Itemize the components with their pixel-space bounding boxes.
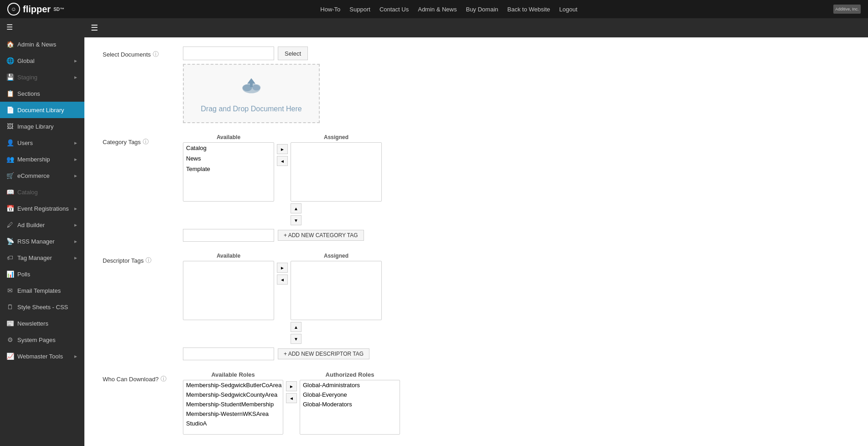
sidebar-label-newsletters: Newsletters [17, 320, 48, 327]
descriptor-available-header: Available [183, 253, 274, 259]
category-tags-row: Category Tags ⓘ Available Catalog News T… [103, 134, 522, 242]
add-new-category-tag-button[interactable]: + ADD NEW CATEGORY TAG [278, 230, 364, 241]
category-tags-section: Available Catalog News Template ► ◄ [183, 134, 522, 225]
select-docs-input-row: Select [183, 47, 522, 60]
descriptor-move-down-button[interactable]: ▼ [291, 334, 301, 344]
sidebar-hamburger[interactable]: ☰ [0, 18, 84, 36]
ad-builder-icon: 🖊 [6, 221, 14, 228]
top-nav: ☺ flipper SD™ How-To Support Contact Us … [0, 0, 868, 18]
sidebar-label-membership: Membership [17, 156, 50, 163]
rss-icon: 📡 [6, 238, 14, 245]
role-membership-sedgwick-butler[interactable]: Membership-SedgwickButlerCoArea [183, 380, 283, 390]
nav-back-to-website[interactable]: Back to Website [507, 6, 550, 13]
sidebar-item-system-pages[interactable]: ⚙ System Pages [0, 332, 84, 348]
polls-icon: 📊 [6, 270, 14, 278]
content-hamburger-button[interactable]: ☰ [91, 23, 98, 33]
membership-icon: 👥 [6, 156, 14, 163]
sidebar-label-rss-manager: RSS Manager [17, 238, 55, 245]
who-can-download-label: Who Can Download? ⓘ [103, 371, 176, 383]
nav-logout[interactable]: Logout [559, 6, 577, 13]
sidebar-label-event-registrations: Event Registrations [17, 205, 69, 212]
sidebar-item-event-registrations[interactable]: 📅 Event Registrations ► [0, 200, 84, 217]
category-tags-available-column: Available Catalog News Template [183, 134, 274, 202]
descriptor-move-up-button[interactable]: ▲ [291, 322, 301, 332]
tag-manager-icon: 🏷 [6, 254, 14, 261]
category-tag-news[interactable]: News [183, 153, 274, 164]
document-library-icon: 📄 [6, 106, 14, 114]
sidebar-label-ecommerce: eCommerce [17, 172, 50, 179]
who-can-download-controls: Available Roles Membership-SedgwickButle… [183, 371, 522, 435]
sidebar-item-tag-manager[interactable]: 🏷 Tag Manager ► [0, 249, 84, 266]
content-header: ☰ [84, 18, 868, 37]
roles-move-right-button[interactable]: ► [286, 381, 297, 391]
nav-support[interactable]: Support [349, 6, 370, 13]
sidebar-item-rss-manager[interactable]: 📡 RSS Manager ► [0, 233, 84, 249]
authorized-roles-list[interactable]: Global-Administrators Global-Everyone Gl… [300, 380, 400, 435]
select-documents-controls: Select Dra [183, 47, 522, 123]
role-global-moderators[interactable]: Global-Moderators [300, 399, 400, 409]
sidebar-item-polls[interactable]: 📊 Polls [0, 266, 84, 282]
top-nav-right: Additive, Inc. [833, 5, 861, 14]
sidebar-item-users[interactable]: 👤 Users ► [0, 135, 84, 151]
sidebar-item-image-library[interactable]: 🖼 Image Library [0, 118, 84, 135]
descriptor-tags-available-column: Available [183, 253, 274, 320]
nav-admin-news[interactable]: Admin & News [418, 6, 457, 13]
nav-buy-domain[interactable]: Buy Domain [466, 6, 498, 13]
drop-zone[interactable]: Drag and Drop Document Here [183, 64, 320, 123]
sidebar-label-sections: Sections [17, 90, 40, 97]
category-tag-template[interactable]: Template [183, 164, 274, 174]
sidebar-item-admin-news[interactable]: 🏠 Admin & News [0, 36, 84, 52]
category-tags-available-list[interactable]: Catalog News Template [183, 142, 274, 202]
descriptor-tags-assigned-column: Assigned ▲ ▼ [291, 253, 382, 344]
form-area: Select Documents ⓘ Select [84, 37, 541, 446]
role-membership-student[interactable]: Membership-StudentMembership [183, 399, 283, 409]
authorized-roles-header: Authorized Roles [300, 371, 400, 378]
category-move-up-button[interactable]: ▲ [291, 203, 301, 213]
sidebar-label-email-templates: Email Templates [17, 287, 61, 294]
sidebar-item-document-library[interactable]: 📄 Document Library [0, 102, 84, 118]
sidebar-item-style-sheets[interactable]: 🗒 Style Sheets - CSS [0, 299, 84, 315]
layout: ☰ 🏠 Admin & News 🌐 Global ► 💾 Staging ► … [0, 18, 868, 446]
sidebar-item-sections[interactable]: 📋 Sections [0, 85, 84, 102]
category-tags-assigned-list[interactable] [291, 142, 382, 202]
sidebar-item-ad-builder[interactable]: 🖊 Ad Builder ► [0, 217, 84, 233]
sidebar-item-staging: 💾 Staging ► [0, 69, 84, 85]
descriptor-tags-available-list[interactable] [183, 261, 274, 320]
sidebar-item-global[interactable]: 🌐 Global ► [0, 52, 84, 69]
sidebar-item-membership[interactable]: 👥 Membership ► [0, 151, 84, 167]
select-documents-input[interactable] [183, 47, 274, 60]
sidebar: ☰ 🏠 Admin & News 🌐 Global ► 💾 Staging ► … [0, 18, 84, 446]
nav-contact-us[interactable]: Contact Us [379, 6, 409, 13]
category-move-left-button[interactable]: ◄ [277, 156, 288, 166]
style-sheets-icon: 🗒 [6, 303, 14, 311]
descriptor-move-left-button[interactable]: ◄ [277, 275, 288, 285]
role-global-everyone[interactable]: Global-Everyone [300, 390, 400, 399]
category-new-tag-input[interactable] [183, 229, 274, 242]
descriptor-new-tag-input[interactable] [183, 347, 274, 360]
roles-move-left-button[interactable]: ◄ [286, 393, 297, 403]
available-roles-header: Available Roles [183, 371, 283, 378]
available-roles-list[interactable]: Membership-SedgwickButlerCoArea Membersh… [183, 380, 283, 435]
category-available-header: Available [183, 134, 274, 140]
role-global-admins[interactable]: Global-Administrators [300, 380, 400, 390]
sidebar-item-ecommerce[interactable]: 🛒 eCommerce ► [0, 167, 84, 184]
role-studioa[interactable]: StudioA [183, 419, 283, 428]
sidebar-item-newsletters[interactable]: 📰 Newsletters [0, 315, 84, 332]
category-move-down-button[interactable]: ▼ [291, 215, 301, 225]
chevron-right-icon-membership: ► [73, 157, 78, 162]
descriptor-tags-arrows: ► ◄ [274, 263, 291, 285]
chevron-right-icon-users: ► [73, 140, 78, 145]
category-tag-catalog[interactable]: Catalog [183, 143, 274, 153]
select-button[interactable]: Select [278, 47, 308, 60]
descriptor-tags-assigned-list[interactable] [291, 261, 382, 320]
sidebar-item-webmaster-tools[interactable]: 📈 Webmaster Tools ► [0, 348, 84, 364]
role-membership-sedgwick-county[interactable]: Membership-SedgwickCountyArea [183, 390, 283, 399]
role-membership-western[interactable]: Membership-WesternWKSArea [183, 409, 283, 419]
sidebar-item-email-templates[interactable]: ✉ Email Templates [0, 282, 84, 299]
add-new-descriptor-tag-button[interactable]: + ADD NEW DESCRIPTOR TAG [278, 348, 369, 359]
descriptor-move-right-button[interactable]: ► [277, 263, 288, 273]
sidebar-label-admin-news: Admin & News [17, 41, 56, 48]
category-move-right-button[interactable]: ► [277, 144, 288, 154]
nav-how-to[interactable]: How-To [320, 6, 340, 13]
descriptor-tags-row: Descriptor Tags ⓘ Available ► ◄ [103, 253, 522, 360]
